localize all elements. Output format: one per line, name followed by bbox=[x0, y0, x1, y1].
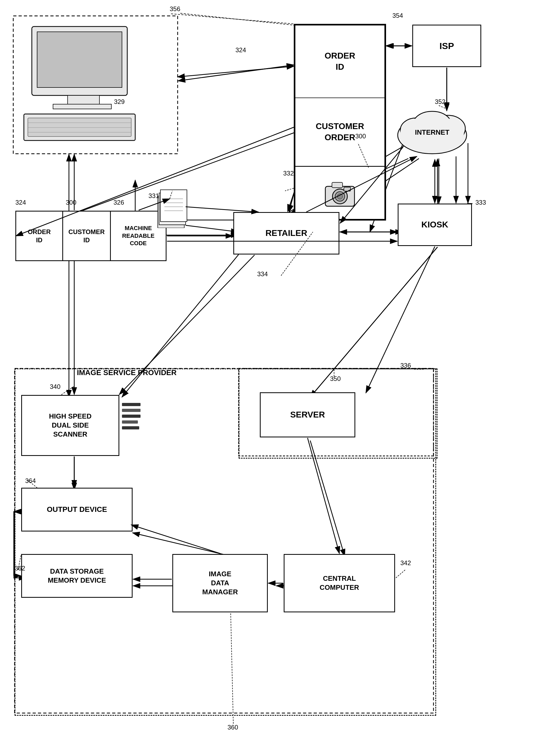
svg-rect-64 bbox=[122, 403, 141, 406]
ref-342: 342 bbox=[400, 559, 411, 567]
internet-cloud: INTERNET bbox=[395, 103, 469, 156]
camera-section-box bbox=[295, 167, 385, 220]
retailer-box: RETAILER bbox=[233, 212, 339, 254]
ref-364: 364 bbox=[25, 477, 36, 485]
customer-id-label: CUSTOMER ID bbox=[68, 228, 105, 244]
ref-329: 329 bbox=[114, 98, 125, 106]
central-computer-label: CENTRAL COMPUTER bbox=[320, 574, 359, 592]
retailer-label: RETAILER bbox=[265, 228, 307, 239]
svg-rect-67 bbox=[122, 420, 138, 424]
svg-line-101 bbox=[285, 188, 294, 191]
customer-order-top-box: CUSTOMER ORDER bbox=[295, 98, 385, 167]
machine-readable-label: MACHINE READABLE CODE bbox=[122, 225, 154, 247]
image-service-provider-label: IMAGE SERVICE PROVIDER bbox=[77, 368, 177, 377]
scanner-label: HIGH SPEED DUAL SIDE SCANNER bbox=[49, 412, 91, 439]
svg-rect-66 bbox=[122, 415, 141, 418]
svg-rect-9 bbox=[28, 118, 131, 137]
svg-rect-4 bbox=[32, 27, 127, 95]
scanner-lines-svg bbox=[121, 403, 142, 445]
svg-line-15 bbox=[178, 66, 294, 77]
order-id-bottom-label: ORDER ID bbox=[28, 228, 51, 244]
scanner-box: HIGH SPEED DUAL SIDE SCANNER bbox=[21, 395, 119, 456]
ref-334: 334 bbox=[257, 270, 268, 278]
image-data-manager-box: IMAGE DATA MANAGER bbox=[172, 554, 268, 612]
ref-333: 333 bbox=[475, 199, 486, 206]
svg-rect-7 bbox=[53, 104, 111, 109]
ref-324-left: 324 bbox=[15, 199, 26, 206]
svg-point-48 bbox=[337, 194, 343, 199]
internet-cloud-svg: INTERNET bbox=[395, 103, 469, 156]
customer-id-box: CUSTOMER ID bbox=[63, 211, 111, 261]
svg-text:INTERNET: INTERNET bbox=[415, 128, 449, 136]
svg-rect-68 bbox=[122, 426, 139, 429]
svg-rect-5 bbox=[37, 32, 122, 87]
svg-rect-49 bbox=[332, 182, 343, 188]
svg-line-21 bbox=[186, 225, 238, 232]
svg-line-81 bbox=[186, 207, 259, 212]
svg-rect-50 bbox=[344, 187, 351, 191]
order-id-top-label: ORDER ID bbox=[325, 50, 355, 72]
order-id-bottom-box: ORDER ID bbox=[15, 211, 63, 261]
central-computer-box: CENTRAL COMPUTER bbox=[284, 554, 395, 612]
svg-rect-65 bbox=[122, 409, 141, 412]
isp-box: ISP bbox=[412, 25, 481, 67]
server-box: SERVER bbox=[260, 392, 355, 437]
ref-340: 340 bbox=[50, 383, 60, 390]
svg-line-99 bbox=[171, 14, 294, 24]
camera-icon bbox=[323, 178, 357, 208]
ref-326: 326 bbox=[113, 199, 124, 206]
data-storage-box: DATA STORAGE MEMORY DEVICE bbox=[21, 554, 133, 598]
order-id-top-box: ORDER ID bbox=[295, 25, 385, 98]
ref-300-left: 300 bbox=[66, 199, 76, 206]
ref-360: 360 bbox=[227, 724, 238, 731]
ref-350: 350 bbox=[330, 375, 341, 383]
image-data-manager-label: IMAGE DATA MANAGER bbox=[202, 570, 238, 596]
ref-336: 336 bbox=[400, 362, 411, 369]
kiosk-box: KIOSK bbox=[398, 204, 472, 246]
ref-354: 354 bbox=[392, 12, 403, 19]
ref-324-top: 324 bbox=[235, 46, 246, 54]
kiosk-label: KIOSK bbox=[421, 219, 448, 230]
ref-332: 332 bbox=[283, 170, 294, 177]
server-label: SERVER bbox=[290, 409, 325, 420]
ref-352: 352 bbox=[435, 98, 445, 106]
svg-line-13 bbox=[180, 13, 294, 25]
svg-line-77 bbox=[288, 191, 295, 212]
isp-label: ISP bbox=[440, 40, 454, 52]
ref-331: 331 bbox=[148, 192, 159, 200]
svg-rect-8 bbox=[24, 114, 135, 140]
svg-rect-3 bbox=[13, 16, 178, 154]
scanner-lines-icon bbox=[121, 403, 142, 446]
data-storage-label: DATA STORAGE MEMORY DEVICE bbox=[48, 567, 106, 585]
output-device-box: OUTPUT DEVICE bbox=[21, 488, 133, 531]
paper-stack-svg bbox=[156, 186, 188, 228]
paper-stack-icon bbox=[156, 186, 188, 229]
svg-rect-6 bbox=[68, 95, 99, 105]
svg-line-72 bbox=[178, 65, 294, 81]
ref-300-box: 300 bbox=[355, 133, 366, 140]
ref-356: 356 bbox=[170, 5, 180, 13]
output-device-label: OUTPUT DEVICE bbox=[47, 505, 107, 514]
svg-line-20 bbox=[289, 191, 295, 212]
svg-rect-59 bbox=[160, 190, 187, 222]
ref-362: 362 bbox=[15, 565, 25, 572]
